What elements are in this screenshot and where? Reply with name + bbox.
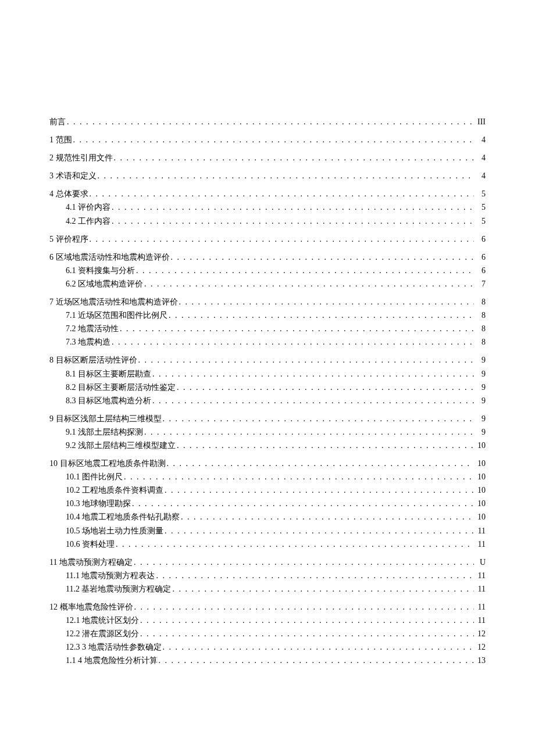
toc-entry: 9.2 浅部土层结构三维模型建立10 [66,439,486,452]
toc-entry-page: 6 [474,250,486,264]
toc-entry: 12.1 地震统计区划分11 [66,614,486,627]
toc-leader [162,640,475,654]
toc-entry: 10.6 资料处理11 [66,538,486,551]
toc-entry: 4 总体要求5 [49,187,486,200]
toc-entry-page: 10 [474,457,486,470]
toc-entry-label: 10.3 地球物理勘探 [66,497,131,510]
toc-entry: 11.1 地震动预测方程表达11 [66,569,486,582]
toc-entry: 7.3 地震构造8 [66,335,486,349]
toc-entry-page: 10 [474,497,486,510]
toc-entry-page: III [474,115,486,128]
toc-entry: 6.1 资料搜集与分析6 [66,264,486,277]
toc-leader [110,335,474,349]
toc-entry: 10.2 工程地质条件资料调查10 [66,483,486,497]
toc-leader [178,295,475,309]
toc-entry-label: 7.1 近场区范围和图件比例尺 [66,309,167,322]
toc-entry-label: 10.1 图件比例尺 [66,470,123,483]
toc-entry-label: 8.3 目标区地震构造分析 [66,394,151,407]
toc-leader [143,277,474,291]
toc-leader [135,264,474,277]
toc-leader [166,457,475,470]
toc-leader [158,654,475,667]
toc-entry-page: 11 [474,538,486,551]
toc-entry: 11.2 基岩地震动预测方程确定11 [66,582,486,596]
toc-entry: 前言III [49,115,486,128]
toc-entry-label: 8 目标区断层活动性评价 [49,353,137,367]
toc-entry-label: 5 评价程序 [49,232,88,246]
toc-entry-label: 10.6 资料处理 [66,538,115,551]
toc-entry: 2 规范性引用文件4 [49,151,486,164]
toc-entry-page: 10 [474,470,486,483]
toc-entry-label: 10 目标区地震工程地质条件勘测 [49,457,166,470]
toc-leader [151,394,474,407]
toc-entry: 8.2 目标区主要断层活动性鉴定9 [66,381,486,394]
toc-entry-label: 12 概率地震危险性评价 [49,600,133,614]
toc-entry: 8.1 目标区主要断层勘查9 [66,367,486,381]
toc-entry-page: 9 [474,381,486,394]
toc-leader [137,353,475,367]
toc-entry: 8.3 目标区地震构造分析9 [66,394,486,407]
toc-entry-page: 8 [474,322,486,335]
toc-leader [176,381,474,394]
toc-entry: 6.2 区域地震构造评价7 [66,277,486,291]
toc-leader [143,425,474,439]
toc-leader [139,614,474,627]
toc-entry-page: 4 [474,133,486,146]
toc-entry: 4.2 工作内容5 [66,214,486,228]
toc-leader [97,169,475,182]
toc-entry-page: 9 [474,394,486,407]
toc-entry-label: 6 区域地震活动性和地震构造评价 [49,250,170,264]
toc-entry-label: 11 地震动预测方程确定 [49,556,133,569]
toc-leader [131,497,474,510]
toc-entry-label: 11.2 基岩地震动预测方程确定 [66,582,171,596]
toc-entry-page: U [474,556,486,569]
toc-entry: 10.5 场地岩土动力性质测量11 [66,524,486,538]
toc-entry-page: 9 [474,425,486,439]
toc-entry-label: 4.1 评价内容 [66,200,110,214]
toc-leader [133,600,475,614]
toc-entry: 12.2 潜在震源区划分12 [66,627,486,640]
toc-entry-page: 11 [474,582,486,596]
toc-leader [180,510,474,524]
toc-entry-page: 7 [474,277,486,291]
toc-entry-page: 8 [474,309,486,322]
toc-entry: 10.1 图件比例尺10 [66,470,486,483]
toc-leader [123,470,474,483]
toc-entry: 9 目标区浅部土层结构三维模型9 [49,412,486,425]
toc-entry-label: 9.2 浅部土层结构三维模型建立 [66,439,176,452]
toc-entry-label: 4.2 工作内容 [66,214,110,228]
toc-entry-page: 10 [474,483,486,497]
toc-entry: 7 近场区地震活动性和地震构造评价8 [49,295,486,309]
toc-leader [115,538,474,551]
toc-entry: 1 范围4 [49,133,486,146]
toc-entry: 10.3 地球物理勘探10 [66,497,486,510]
toc-entry: 5 评价程序6 [49,232,486,246]
toc-entry-page: 4 [474,169,486,182]
toc-entry-page: 10 [474,510,486,524]
toc-entry-page: 10 [474,439,486,452]
toc-entry: 11 地震动预测方程确定U [49,556,486,569]
toc-entry: 12 概率地震危险性评价11 [49,600,486,614]
toc-entry-label: 6.2 区域地震构造评价 [66,277,143,291]
toc-entry: 1.1 4 地震危险性分析计算13 [66,654,486,667]
toc-leader [167,309,474,322]
toc-entry: 7.1 近场区范围和图件比例尺8 [66,309,486,322]
toc-entry-page: 6 [474,232,486,246]
table-of-contents: 前言III1 范围42 规范性引用文件43 术语和定义44 总体要求54.1 评… [49,115,486,667]
toc-entry-label: 12.3 3 地震活动性参数确定 [66,640,162,654]
toc-entry-page: 9 [474,367,486,381]
toc-entry-label: 9.1 浅部土层结构探测 [66,425,143,439]
toc-entry-page: 11 [474,569,486,582]
page: 前言III1 范围42 规范性引用文件43 术语和定义44 总体要求54.1 评… [0,0,535,756]
toc-leader [151,367,474,381]
toc-entry: 12.3 3 地震活动性参数确定12 [66,640,486,654]
toc-leader [170,250,475,264]
toc-leader [113,151,475,164]
toc-leader [133,556,474,569]
toc-entry-label: 8.1 目标区主要断层勘查 [66,367,151,381]
toc-leader [72,133,475,146]
toc-entry-page: 12 [474,640,486,654]
toc-entry-label: 7.3 地震构造 [66,335,110,349]
toc-leader [163,483,474,497]
toc-entry-page: 8 [474,295,486,309]
